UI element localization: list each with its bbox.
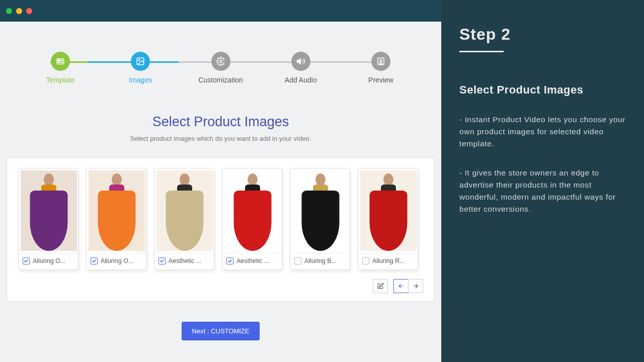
product-image [89, 170, 145, 251]
product-checkbox[interactable] [226, 257, 233, 264]
sidebar-step: Step 2 [459, 25, 626, 44]
product-image [292, 170, 349, 251]
page-subtitle: Select product images which do you want … [0, 135, 441, 142]
step-label: Preview [368, 76, 393, 84]
step-preview[interactable]: Preview [351, 52, 411, 84]
product-name: Aesthetic ... [169, 257, 201, 264]
sidebar-title: Select Product Images [459, 83, 626, 97]
product-footer: Aesthetic ... [154, 253, 214, 269]
product-card[interactable]: Aesthetic ... [154, 168, 214, 270]
product-name: Alluring R... [372, 257, 405, 264]
gallery-nav [18, 279, 423, 293]
product-card[interactable]: Aesthetic ... [222, 168, 282, 270]
product-image [156, 170, 213, 251]
product-checkbox[interactable] [23, 257, 30, 264]
product-image [21, 170, 77, 251]
product-checkbox[interactable] [362, 257, 369, 264]
sidebar-para-2: - It gives the store owners an edge to a… [459, 167, 626, 215]
audio-icon [291, 52, 310, 71]
product-card[interactable]: Alluring B... [290, 168, 350, 270]
product-image [224, 170, 281, 251]
product-checkbox[interactable] [91, 257, 98, 264]
page-title: Select Product Images [0, 114, 441, 130]
next-customize-button[interactable]: Next : CUSTOMIZE [182, 322, 260, 340]
svg-point-7 [219, 60, 222, 63]
product-name: Aesthetic ... [236, 257, 269, 264]
app-window: Template Images Customization Add Audio [0, 0, 441, 362]
product-gallery: Alluring O...Alluring O...Aesthetic ...A… [7, 157, 435, 302]
template-icon [51, 52, 70, 71]
stepper: Template Images Customization Add Audio [0, 22, 441, 99]
edit-button[interactable] [373, 279, 388, 293]
step-images[interactable]: Images [110, 52, 171, 84]
product-checkbox[interactable] [294, 257, 301, 264]
prev-button[interactable] [393, 279, 409, 293]
step-label: Add Audio [285, 76, 317, 84]
product-card[interactable]: Alluring O... [86, 168, 146, 270]
product-card[interactable]: Alluring O... [18, 168, 78, 270]
product-footer: Alluring O... [87, 253, 146, 269]
product-name: Alluring O... [101, 257, 133, 264]
svg-point-6 [139, 59, 140, 60]
next-button[interactable] [408, 279, 423, 293]
svg-marker-8 [297, 59, 300, 64]
images-icon [131, 52, 150, 71]
underline [459, 51, 504, 52]
product-footer: Aesthetic ... [222, 253, 282, 269]
sidebar-para-1: - Instant Product Video lets you choose … [459, 114, 626, 150]
product-image [360, 170, 417, 251]
product-footer: Alluring B... [290, 253, 350, 269]
product-row: Alluring O...Alluring O...Aesthetic ...A… [18, 168, 423, 270]
preview-icon [371, 52, 390, 71]
product-name: Alluring B... [304, 257, 337, 264]
product-name: Alluring O... [33, 257, 65, 264]
product-footer: Alluring R... [358, 253, 418, 269]
window-minimize-icon[interactable] [16, 8, 22, 14]
step-label: Images [129, 76, 152, 84]
step-label: Template [46, 76, 75, 84]
svg-point-10 [380, 60, 382, 62]
customization-icon [211, 52, 230, 71]
step-label: Customization [198, 76, 243, 84]
step-customization[interactable]: Customization [191, 52, 251, 84]
product-checkbox[interactable] [158, 257, 166, 264]
svg-rect-1 [58, 60, 60, 61]
info-sidebar: Step 2 Select Product Images - Instant P… [441, 0, 644, 362]
step-add-audio[interactable]: Add Audio [271, 52, 331, 84]
product-footer: Alluring O... [19, 253, 78, 269]
window-maximize-icon[interactable] [26, 8, 32, 14]
product-card[interactable]: Alluring R... [358, 168, 418, 270]
window-close-icon[interactable] [6, 8, 12, 14]
step-template[interactable]: Template [30, 52, 91, 84]
window-title-bar [0, 0, 441, 22]
